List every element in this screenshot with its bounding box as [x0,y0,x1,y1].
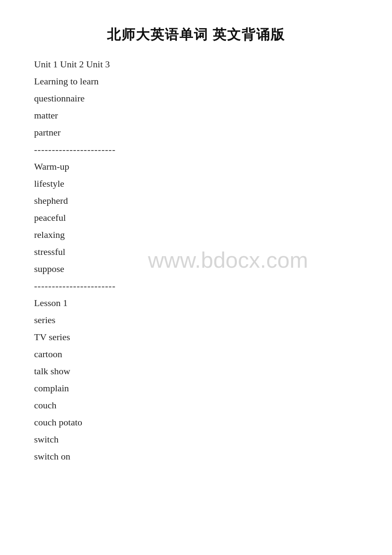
page-title: 北师大英语单词 英文背诵版 [34,26,358,44]
list-item-stressful: stressful [34,247,358,257]
list-item-series: series [34,315,358,325]
list-item-switch: switch [34,435,358,444]
list-item-divider1: ----------------------- [34,145,358,154]
list-item-unit-header: Unit 1 Unit 2 Unit 3 [34,60,358,69]
list-item-switch-on: switch on [34,452,358,461]
list-item-partner: partner [34,128,358,137]
list-item-lesson1: Lesson 1 [34,298,358,308]
list-item-talk-show: talk show [34,367,358,376]
list-item-lifestyle: lifestyle [34,179,358,188]
list-item-divider2: ----------------------- [34,281,358,291]
list-item-questionnaire: questionnaire [34,94,358,103]
list-item-couch-potato: couch potato [34,418,358,427]
list-item-shepherd: shepherd [34,196,358,205]
list-item-relaxing: relaxing [34,230,358,240]
list-item-matter: matter [34,111,358,120]
list-item-suppose: suppose [34,264,358,274]
list-item-peaceful: peaceful [34,213,358,223]
list-item-tv-series: TV series [34,332,358,342]
list-item-warm-up: Warm-up [34,162,358,171]
list-item-cartoon: cartoon [34,350,358,359]
list-item-learning: Learning to learn [34,77,358,86]
list-item-complain: complain [34,384,358,393]
word-list: Unit 1 Unit 2 Unit 3Learning to learnque… [34,60,358,461]
list-item-couch: couch [34,401,358,410]
